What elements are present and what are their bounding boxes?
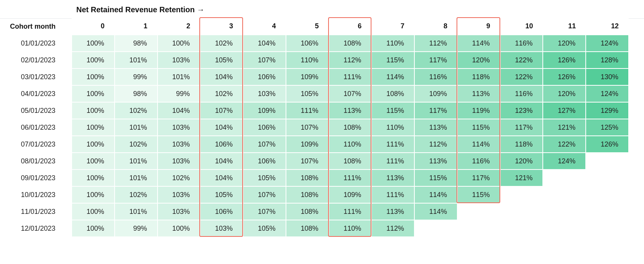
- column-header-month-9: 9: [457, 18, 500, 35]
- retention-cell: 102%: [115, 186, 158, 203]
- retention-cell: 126%: [543, 52, 586, 68]
- column-header-month-11: 11: [543, 18, 586, 35]
- cohort-heatmap-table: Cohort month 0123456789101112 01/01/2023…: [5, 18, 629, 237]
- column-header-month-1: 1: [115, 18, 158, 35]
- retention-cell: 110%: [371, 119, 414, 136]
- table-row: 07/01/2023100%102%103%106%107%109%110%11…: [5, 136, 629, 153]
- cohort-label: 08/01/2023: [5, 153, 72, 169]
- retention-cell: 101%: [115, 169, 158, 186]
- empty-cell: [457, 220, 500, 237]
- cohort-label: 02/01/2023: [5, 52, 72, 68]
- retention-cell: 102%: [200, 85, 243, 102]
- retention-cell: 105%: [200, 186, 243, 203]
- retention-cell: 115%: [414, 169, 457, 186]
- empty-cell: [543, 220, 586, 237]
- cohort-label: 05/01/2023: [5, 102, 72, 119]
- empty-cell: [586, 153, 629, 169]
- retention-cell: 108%: [286, 203, 329, 220]
- cohort-label: 09/01/2023: [5, 169, 72, 186]
- retention-cell: 116%: [414, 68, 457, 85]
- empty-cell: [500, 186, 543, 203]
- retention-cell: 104%: [200, 119, 243, 136]
- retention-cell: 104%: [243, 35, 286, 52]
- empty-cell: [543, 203, 586, 220]
- empty-cell: [500, 220, 543, 237]
- retention-cell: 129%: [586, 102, 629, 119]
- retention-cell: 113%: [414, 153, 457, 169]
- retention-cell: 112%: [414, 35, 457, 52]
- retention-cell: 112%: [371, 220, 414, 237]
- empty-cell: [543, 186, 586, 203]
- retention-cell: 100%: [72, 136, 115, 153]
- table-row: 05/01/2023100%102%104%107%109%111%113%11…: [5, 102, 629, 119]
- retention-cell: 106%: [200, 203, 243, 220]
- retention-cell: 112%: [329, 52, 372, 68]
- retention-cell: 108%: [329, 153, 372, 169]
- retention-cell: 120%: [543, 85, 586, 102]
- retention-cell: 104%: [200, 169, 243, 186]
- retention-cell: 117%: [457, 169, 500, 186]
- retention-cell: 116%: [500, 35, 543, 52]
- empty-cell: [586, 203, 629, 220]
- retention-cell: 100%: [158, 220, 200, 237]
- empty-cell: [586, 186, 629, 203]
- retention-cell: 111%: [371, 153, 414, 169]
- retention-cell: 102%: [115, 102, 158, 119]
- retention-cell: 111%: [371, 136, 414, 153]
- retention-cell: 101%: [115, 203, 158, 220]
- retention-cell: 110%: [329, 136, 372, 153]
- retention-cell: 100%: [72, 186, 115, 203]
- retention-cell: 111%: [286, 102, 329, 119]
- retention-cell: 111%: [329, 203, 372, 220]
- retention-cell: 107%: [243, 52, 286, 68]
- retention-cell: 113%: [329, 102, 372, 119]
- retention-cell: 117%: [500, 119, 543, 136]
- retention-cell: 106%: [200, 136, 243, 153]
- retention-cell: 116%: [500, 85, 543, 102]
- retention-cell: 126%: [543, 68, 586, 85]
- retention-cell: 120%: [500, 153, 543, 169]
- retention-cell: 114%: [457, 136, 500, 153]
- retention-cell: 104%: [200, 153, 243, 169]
- retention-cell: 103%: [158, 136, 200, 153]
- retention-cell: 98%: [115, 85, 158, 102]
- retention-cell: 100%: [72, 153, 115, 169]
- cohort-label: 01/01/2023: [5, 35, 72, 52]
- retention-cell: 110%: [329, 220, 372, 237]
- column-header-month-0: 0: [72, 18, 115, 35]
- retention-cell: 126%: [586, 136, 629, 153]
- retention-cell: 130%: [586, 68, 629, 85]
- retention-cell: 117%: [414, 102, 457, 119]
- retention-cell: 100%: [72, 220, 115, 237]
- retention-cell: 100%: [72, 85, 115, 102]
- retention-cell: 100%: [72, 52, 115, 68]
- retention-cell: 101%: [115, 153, 158, 169]
- retention-cell: 120%: [543, 35, 586, 52]
- retention-cell: 114%: [371, 68, 414, 85]
- retention-cell: 100%: [158, 35, 200, 52]
- cohort-label: 12/01/2023: [5, 220, 72, 237]
- retention-cell: 111%: [329, 68, 372, 85]
- retention-cell: 105%: [243, 220, 286, 237]
- retention-cell: 99%: [115, 220, 158, 237]
- retention-cell: 102%: [115, 136, 158, 153]
- retention-cell: 107%: [200, 102, 243, 119]
- column-header-month-12: 12: [586, 18, 629, 35]
- column-header-month-8: 8: [414, 18, 457, 35]
- retention-cell: 122%: [543, 136, 586, 153]
- retention-cell: 106%: [243, 68, 286, 85]
- retention-cell: 99%: [115, 68, 158, 85]
- table-row: 03/01/2023100%99%101%104%106%109%111%114…: [5, 68, 629, 85]
- table-row: 01/01/2023100%98%100%102%104%106%108%110…: [5, 35, 629, 52]
- retention-cell: 100%: [72, 68, 115, 85]
- retention-cell: 108%: [371, 85, 414, 102]
- retention-cell: 103%: [158, 203, 200, 220]
- retention-cell: 105%: [243, 169, 286, 186]
- retention-cell: 116%: [457, 153, 500, 169]
- column-header-month-3: 3: [200, 18, 243, 35]
- retention-cell: 100%: [72, 35, 115, 52]
- retention-cell: 103%: [158, 186, 200, 203]
- retention-cell: 105%: [200, 52, 243, 68]
- retention-cell: 103%: [158, 153, 200, 169]
- table-row: 10/01/2023100%102%103%105%107%108%109%11…: [5, 186, 629, 203]
